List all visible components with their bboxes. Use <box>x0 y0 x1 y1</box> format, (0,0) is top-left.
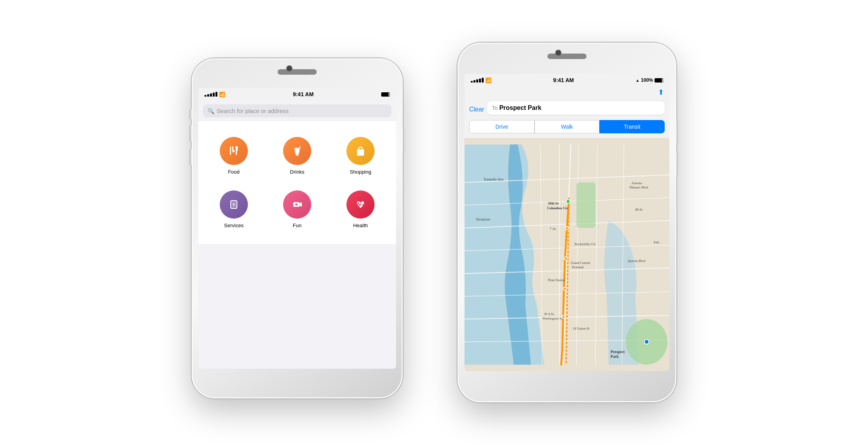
destination-prefix: To <box>492 105 499 111</box>
svg-point-37 <box>566 199 570 203</box>
maps-wifi-icon: 📶 <box>485 77 491 83</box>
category-services[interactable]: $ Services <box>202 183 265 236</box>
front-battery <box>381 92 390 97</box>
search-bar-container: 🔍 Search for place or address <box>198 100 396 121</box>
search-screen: 📶 9:41 AM 🔍 Search <box>198 88 396 369</box>
front-battery-fill <box>382 93 389 96</box>
front-phone-camera <box>286 65 292 72</box>
svg-rect-16 <box>576 183 595 228</box>
svg-text:Terminal: Terminal <box>572 265 584 269</box>
svg-text:Ditmars Blvd: Ditmars Blvd <box>629 185 648 189</box>
front-status-time: 9:41 AM <box>225 91 381 97</box>
svg-text:Tonnelle Ave: Tonnelle Ave <box>484 177 504 181</box>
maps-status-bar: 📶 9:41 AM ▲ 100% <box>464 74 669 86</box>
front-status-right <box>381 92 390 97</box>
search-bar[interactable]: 🔍 Search for place or address <box>203 104 391 117</box>
transport-tabs: Drive Walk Transit <box>469 120 665 133</box>
svg-text:86 St: 86 St <box>635 208 643 212</box>
front-signal-dots <box>204 92 217 97</box>
svg-rect-48 <box>357 149 364 156</box>
front-wifi-icon: 📶 <box>219 92 225 97</box>
maps-nav-row: Clear To Prospect Park <box>469 101 665 118</box>
front-phone-power-button[interactable] <box>403 129 405 152</box>
svg-rect-43 <box>230 146 231 155</box>
front-phone-vol-down-button[interactable] <box>189 148 192 165</box>
maps-battery-fill <box>655 79 662 82</box>
svg-text:Junc: Junc <box>653 240 660 244</box>
phone-back: 📶 9:41 AM ▲ 100% ⬆ <box>457 43 676 402</box>
svg-point-42 <box>644 339 649 344</box>
maps-header: Clear To Prospect Park Drive Walk Transi… <box>464 98 669 138</box>
search-placeholder: Search for place or address <box>217 108 289 114</box>
category-food[interactable]: Food <box>202 129 265 183</box>
svg-point-55 <box>295 203 298 206</box>
svg-rect-46 <box>296 154 299 156</box>
health-icon-circle <box>346 190 375 219</box>
tab-walk[interactable]: Walk <box>534 120 600 133</box>
drinks-label: Drinks <box>290 169 305 175</box>
back-phone-camera <box>555 50 561 56</box>
maps-status-time: 9:41 AM <box>491 77 635 83</box>
front-phone-silent-button[interactable] <box>189 109 192 119</box>
front-status-bar: 📶 9:41 AM <box>198 88 396 100</box>
maps-battery <box>655 78 663 83</box>
svg-point-41 <box>562 316 565 319</box>
category-drinks[interactable]: Drinks <box>265 129 329 183</box>
phone-front: 📶 9:41 AM 🔍 Search <box>192 58 403 398</box>
share-button[interactable]: ⬆ <box>658 88 664 97</box>
svg-text:Rockefeller Ctr: Rockefeller Ctr <box>574 242 595 246</box>
front-status-left: 📶 <box>204 92 225 97</box>
svg-text:Washington Sq: Washington Sq <box>542 316 563 320</box>
svg-point-38 <box>565 226 569 230</box>
health-label: Health <box>353 222 368 228</box>
fun-icon-circle <box>283 190 311 219</box>
svg-point-39 <box>564 257 567 260</box>
shopping-icon-circle <box>346 137 375 165</box>
maps-screen: 📶 9:41 AM ▲ 100% ⬆ <box>464 74 669 371</box>
svg-text:7 Av: 7 Av <box>550 227 556 231</box>
svg-text:Penn Station: Penn Station <box>548 278 565 282</box>
maps-signal-dots <box>471 78 484 83</box>
services-icon-circle: $ <box>220 190 248 219</box>
category-shopping[interactable]: Shopping <box>329 129 392 183</box>
svg-text:59th St-: 59th St- <box>548 201 559 205</box>
back-phone-volume-button[interactable] <box>676 152 679 176</box>
fun-label: Fun <box>293 222 301 228</box>
categories-grid: Food Drinks <box>198 121 396 244</box>
svg-point-47 <box>295 149 299 151</box>
destination-name: Prospect Park <box>499 104 542 111</box>
svg-text:Secaucus: Secaucus <box>476 217 490 221</box>
maps-battery-body <box>655 78 663 83</box>
services-label: Services <box>224 222 244 228</box>
clear-button[interactable]: Clear <box>469 103 484 116</box>
front-battery-body <box>381 92 390 97</box>
tab-drive[interactable]: Drive <box>469 120 534 133</box>
svg-rect-44 <box>232 146 233 150</box>
maps-location-icon: ▲ <box>635 78 639 83</box>
svg-text:Astoria-: Astoria- <box>631 181 643 185</box>
category-health[interactable]: Health <box>329 183 392 236</box>
front-phone-vol-up-button[interactable] <box>189 125 192 142</box>
scene: 📶 9:41 AM ▲ 100% ⬆ <box>160 27 708 418</box>
maps-status-right: ▲ 100% <box>635 77 663 83</box>
maps-battery-pct: 100% <box>641 77 653 83</box>
shopping-label: Shopping <box>350 169 371 175</box>
maps-status-left: 📶 <box>471 77 491 83</box>
svg-text:Prospect: Prospect <box>611 350 625 354</box>
svg-point-40 <box>563 287 566 290</box>
svg-text:Queens Blvd: Queens Blvd <box>628 259 646 263</box>
svg-text:$: $ <box>233 202 235 207</box>
back-phone-power-button[interactable] <box>676 121 679 144</box>
search-icon: 🔍 <box>208 108 214 114</box>
food-icon-circle <box>220 137 248 165</box>
food-label: Food <box>228 169 240 175</box>
svg-text:W 4 St-: W 4 St- <box>544 312 555 316</box>
tab-transit[interactable]: Transit <box>599 120 665 133</box>
category-fun[interactable]: Fun <box>265 183 329 236</box>
svg-marker-54 <box>299 202 302 207</box>
destination-bar: To Prospect Park <box>487 101 665 115</box>
drinks-icon-circle <box>283 137 311 165</box>
svg-text:Park: Park <box>611 354 619 359</box>
svg-text:Columbus Cir: Columbus Cir <box>547 206 568 210</box>
map-area[interactable]: Tonnelle Ave Secaucus 59th St- Columbus … <box>464 138 669 371</box>
